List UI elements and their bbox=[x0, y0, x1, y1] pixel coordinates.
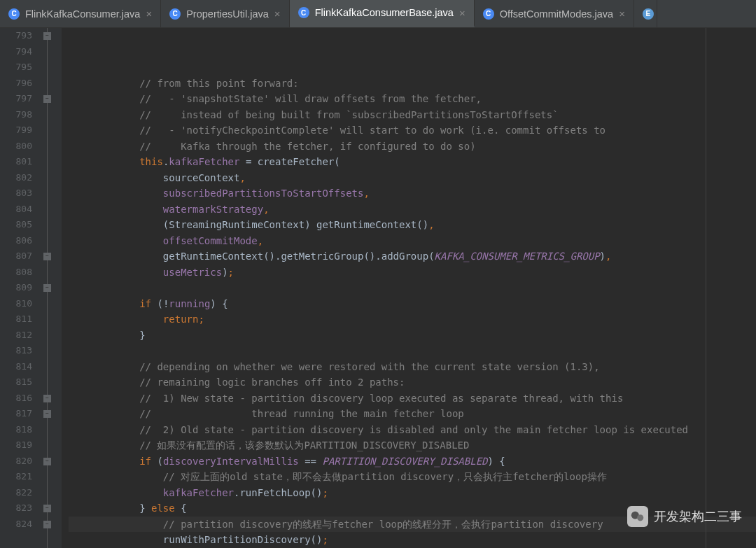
line-number: 823 bbox=[0, 500, 32, 517]
line-number: 797 bbox=[0, 91, 32, 107]
tab-2[interactable]: CFlinkKafkaConsumerBase.java× bbox=[290, 0, 475, 27]
line-number: 801 bbox=[0, 154, 32, 170]
code-line[interactable]: runWithPartitionDiscovery(); bbox=[69, 532, 756, 548]
line-number: 804 bbox=[0, 202, 32, 218]
close-icon[interactable]: × bbox=[459, 7, 465, 19]
close-icon[interactable]: × bbox=[274, 8, 281, 20]
line-number: 807 bbox=[0, 248, 32, 265]
line-number: 798 bbox=[0, 107, 32, 123]
fold-marker[interactable]: − bbox=[43, 505, 51, 512]
code-line[interactable]: sourceContext, bbox=[69, 170, 756, 186]
svg-point-1 bbox=[637, 514, 643, 521]
tab-label: FlinkKafkaConsumer.java bbox=[25, 8, 140, 20]
line-number: 814 bbox=[0, 359, 32, 375]
line-number: 820 bbox=[0, 454, 32, 470]
fold-marker[interactable]: − bbox=[43, 458, 51, 465]
line-number: 813 bbox=[0, 343, 32, 359]
close-icon[interactable]: × bbox=[146, 8, 152, 20]
code-line[interactable]: return; bbox=[69, 311, 756, 328]
line-number: 810 bbox=[0, 296, 32, 312]
line-number: 803 bbox=[0, 185, 32, 202]
watermark: 开发架构二三事 bbox=[627, 506, 742, 527]
code-area[interactable]: // from this point forward: // - 'snapsh… bbox=[62, 28, 756, 548]
watermark-text: 开发架构二三事 bbox=[654, 508, 742, 525]
code-line[interactable]: kafkaFetcher.runFetchLoop(); bbox=[69, 485, 756, 501]
code-line[interactable]: offsetCommitMode, bbox=[69, 233, 756, 249]
line-number: 800 bbox=[0, 139, 32, 155]
fold-marker[interactable]: − bbox=[43, 521, 51, 528]
class-file-icon: C bbox=[169, 8, 181, 20]
line-number: 812 bbox=[0, 328, 32, 344]
tab-label: FlinkKafkaConsumerBase.java bbox=[315, 7, 454, 18]
line-number: 811 bbox=[0, 311, 32, 328]
code-line[interactable]: } bbox=[69, 328, 756, 344]
code-line[interactable]: getRuntimeContext().getMetricGroup().add… bbox=[69, 248, 756, 265]
line-number: 796 bbox=[0, 76, 32, 92]
code-line[interactable]: // depending on whether we were restored… bbox=[69, 359, 756, 375]
tab-1[interactable]: CPropertiesUtil.java× bbox=[161, 0, 289, 27]
right-margin-line bbox=[706, 28, 706, 548]
fold-gutter: −−−−−−−−− bbox=[42, 28, 62, 548]
wechat-icon bbox=[627, 506, 648, 527]
fold-marker[interactable]: − bbox=[43, 284, 51, 292]
line-number: 806 bbox=[0, 233, 32, 249]
class-file-icon: C bbox=[8, 8, 20, 20]
fold-marker[interactable]: − bbox=[43, 253, 51, 260]
enum-file-icon: E bbox=[643, 8, 654, 20]
code-line[interactable]: if (discoveryIntervalMillis == PARTITION… bbox=[69, 454, 756, 470]
tab-0[interactable]: CFlinkKafkaConsumer.java× bbox=[0, 0, 161, 27]
code-line[interactable]: // thread running the main fetcher loop bbox=[69, 406, 756, 422]
line-number: 822 bbox=[0, 485, 32, 501]
class-file-icon: C bbox=[483, 8, 494, 20]
line-number: 795 bbox=[0, 59, 32, 76]
code-editor: 7937947957967977987998008018028038048058… bbox=[0, 28, 756, 548]
code-line[interactable]: useMetrics); bbox=[69, 265, 756, 281]
line-number: 819 bbox=[0, 437, 32, 454]
fold-marker[interactable]: − bbox=[43, 95, 51, 103]
code-line[interactable]: subscribedPartitionsToStartOffsets, bbox=[69, 185, 756, 202]
line-number: 799 bbox=[0, 122, 32, 139]
line-number: 818 bbox=[0, 422, 32, 438]
line-number: 805 bbox=[0, 217, 32, 233]
close-icon[interactable]: × bbox=[619, 8, 625, 20]
fold-marker[interactable]: − bbox=[43, 32, 51, 40]
code-line[interactable] bbox=[69, 280, 756, 296]
code-line[interactable]: // - 'notifyCheckpointComplete' will sta… bbox=[69, 122, 756, 139]
line-number: 808 bbox=[0, 265, 32, 281]
code-line[interactable]: // 2) Old state - partition discovery is… bbox=[69, 422, 756, 438]
code-line[interactable]: (StreamingRuntimeContext) getRuntimeCont… bbox=[69, 217, 756, 233]
fold-marker[interactable]: − bbox=[43, 395, 51, 402]
code-line[interactable]: // Kafka through the fetcher, if configu… bbox=[69, 139, 756, 155]
code-line[interactable]: // - 'snapshotState' will draw offsets f… bbox=[69, 91, 756, 107]
line-number: 793 bbox=[0, 28, 32, 44]
code-line[interactable]: // from this point forward: bbox=[69, 76, 756, 92]
code-line[interactable] bbox=[69, 343, 756, 359]
code-line[interactable]: watermarkStrategy, bbox=[69, 202, 756, 218]
line-number: 809 bbox=[0, 280, 32, 296]
line-number: 815 bbox=[0, 374, 32, 391]
line-number: 794 bbox=[0, 44, 32, 60]
editor-tabs: CFlinkKafkaConsumer.java×CPropertiesUtil… bbox=[0, 0, 756, 28]
tab-label: OffsetCommitModes.java bbox=[500, 8, 614, 20]
code-line[interactable]: // remaining logic branches off into 2 p… bbox=[69, 374, 756, 391]
line-number-gutter: 7937947957967977987998008018028038048058… bbox=[0, 28, 42, 548]
code-line[interactable]: if (!running) { bbox=[69, 296, 756, 312]
tab-label: PropertiesUtil.java bbox=[186, 8, 269, 20]
code-line[interactable]: // 如果没有配置的话，该参数默认为PARTITION_DISCOVERY_DI… bbox=[69, 437, 756, 454]
line-number: 824 bbox=[0, 517, 32, 533]
code-line[interactable]: // 对应上面的old state，即不会去做partition discove… bbox=[69, 469, 756, 485]
code-line[interactable]: // 1) New state - partition discovery lo… bbox=[69, 391, 756, 407]
line-number: 816 bbox=[0, 391, 32, 407]
class-file-icon: C bbox=[298, 7, 309, 18]
line-number: 802 bbox=[0, 170, 32, 186]
fold-marker[interactable]: − bbox=[43, 410, 51, 418]
line-number: 821 bbox=[0, 469, 32, 485]
line-number: 817 bbox=[0, 406, 32, 422]
tab-extra[interactable]: E bbox=[634, 0, 657, 27]
tab-3[interactable]: COffsetCommitModes.java× bbox=[475, 0, 634, 27]
code-line[interactable]: this.kafkaFetcher = createFetcher( bbox=[69, 154, 756, 170]
code-line[interactable]: // instead of being built from `subscrib… bbox=[69, 107, 756, 123]
